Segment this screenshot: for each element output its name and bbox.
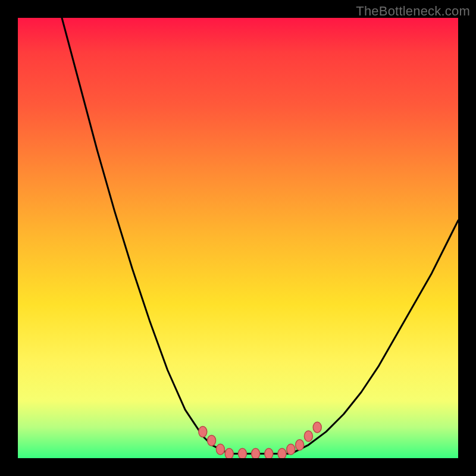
- watermark-text: TheBottleneck.com: [356, 4, 470, 19]
- marker-floor-c: [265, 449, 273, 458]
- marker-right-cluster-lower: [287, 444, 295, 455]
- marker-floor-a: [238, 449, 246, 458]
- marker-floor-b: [252, 449, 260, 458]
- marker-right-cluster-upper: [304, 431, 312, 441]
- bottleneck-curve: [62, 18, 458, 454]
- marker-right-outlier: [313, 422, 321, 433]
- chart-svg: [18, 18, 458, 458]
- marker-left-cluster-lower: [216, 444, 224, 455]
- marker-left-cluster-mid: [208, 435, 216, 446]
- plot-area: [18, 18, 458, 458]
- marker-right-cluster-mid: [296, 440, 304, 450]
- marker-layer: [199, 422, 321, 458]
- chart-container: TheBottleneck.com: [0, 0, 476, 476]
- marker-floor-end: [278, 449, 286, 458]
- marker-left-cluster-upper: [199, 427, 207, 437]
- marker-floor-start: [225, 449, 233, 458]
